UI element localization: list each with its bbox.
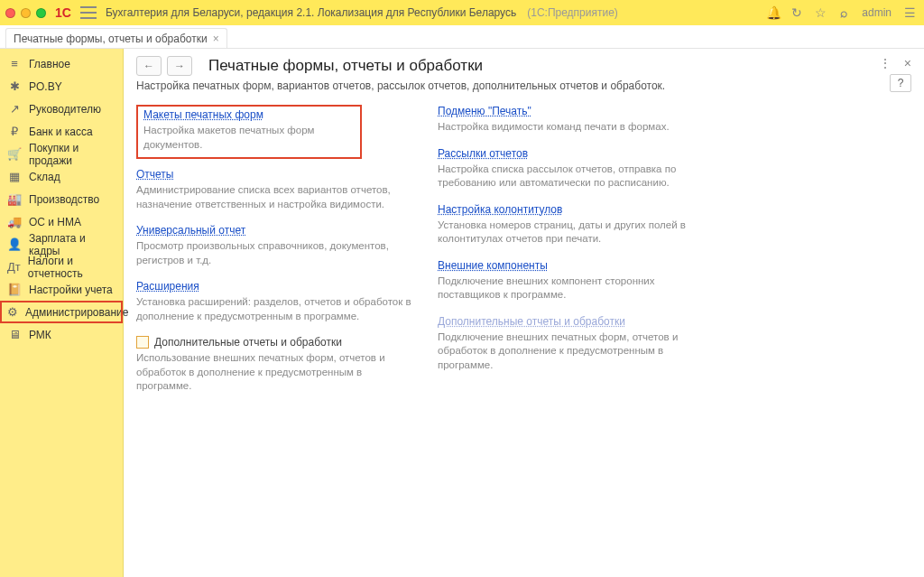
sidebar-item-0[interactable]: ≡Главное — [0, 52, 123, 75]
block-left-1: ОтчетыАдминистрирование списка всех вари… — [136, 168, 416, 211]
bell-icon[interactable]: 🔔 — [764, 5, 782, 20]
highlighted-block: Макеты печатных формНастройка макетов пе… — [136, 105, 362, 159]
content-area: ⋮ × ← → Печатные формы, отчеты и обработ… — [124, 49, 924, 577]
minimize-window-button[interactable] — [21, 8, 31, 18]
star-icon[interactable]: ☆ — [811, 5, 829, 20]
sidebar-item-7[interactable]: 🚚ОС и НМА — [0, 210, 123, 233]
sidebar-item-9[interactable]: ДтНалоги и отчетность — [0, 256, 123, 278]
nav-back-button[interactable]: ← — [136, 56, 162, 76]
tab-bar: Печатные формы, отчеты и обработки × — [0, 25, 924, 49]
sidebar-item-3[interactable]: ₽Банк и касса — [0, 120, 123, 143]
history-icon[interactable]: ↻ — [788, 5, 806, 20]
left-column: Макеты печатных формНастройка макетов пе… — [136, 105, 416, 406]
sidebar-label: ОС и НМА — [29, 216, 81, 228]
app-title: Бухгалтерия для Беларуси, редакция 2.1. … — [106, 6, 516, 19]
block-link[interactable]: Отчеты — [136, 168, 173, 181]
block-desc: Подключение внешних компонент сторонних … — [438, 275, 717, 302]
search-icon[interactable]: ⌕ — [835, 5, 853, 20]
sidebar-label: Производство — [29, 193, 99, 206]
sidebar-item-1[interactable]: ✱PO.BY — [0, 75, 123, 98]
window-controls — [5, 8, 46, 18]
sidebar-item-11[interactable]: ⚙Администрирование — [0, 301, 123, 323]
page-description: Настройка печатных форм, вариантов отчет… — [136, 79, 911, 92]
block-desc: Настройка макетов печатных форм документ… — [143, 124, 355, 152]
main-menu-button[interactable] — [80, 6, 97, 19]
block-right-2: Настройка колонтитуловУстановка номеров … — [438, 203, 717, 247]
sidebar-item-12[interactable]: 🖥РМК — [0, 323, 123, 346]
checkbox-row[interactable]: Дополнительные отчеты и обработки — [136, 336, 416, 349]
sidebar-label: РМК — [29, 329, 51, 341]
sidebar-icon: 🖥 — [7, 328, 22, 341]
block-link: Дополнительные отчеты и обработки — [438, 315, 625, 328]
sidebar-label: Банк и касса — [29, 126, 93, 138]
block-left-2: Универсальный отчетПросмотр произвольных… — [136, 224, 416, 267]
block-link[interactable]: Универсальный отчет — [136, 224, 245, 237]
page-title: Печатные формы, отчеты и обработки — [208, 57, 483, 75]
sidebar-label: Зарплата и кадры — [29, 232, 116, 257]
block-desc: Установка расширений: разделов, отчетов … — [136, 295, 416, 323]
sidebar-icon: ↗ — [7, 102, 22, 116]
sidebar-item-5[interactable]: ▦Склад — [0, 165, 123, 188]
block-right-3: Внешние компонентыПодключение внешних ко… — [438, 259, 717, 302]
sidebar-icon: ✱ — [7, 79, 22, 93]
close-page-icon[interactable]: × — [904, 56, 911, 70]
sidebar-label: Руководителю — [29, 103, 101, 116]
block-desc: Подключение внешних печатных форм, отчет… — [438, 330, 717, 373]
block-right-1: Рассылки отчетовНастройка списка рассыло… — [438, 147, 717, 191]
logo-1c: 1C — [55, 5, 71, 20]
tab-close-icon[interactable]: × — [213, 33, 219, 45]
block-right-4: Дополнительные отчеты и обработкиПодключ… — [438, 315, 717, 373]
user-label[interactable]: admin — [862, 6, 892, 19]
sidebar-item-10[interactable]: 📔Настройки учета — [0, 278, 123, 301]
block-link[interactable]: Расширения — [136, 280, 199, 293]
sidebar-label: Налоги и отчетность — [28, 255, 116, 280]
maximize-window-button[interactable] — [36, 8, 46, 18]
checkbox-label: Дополнительные отчеты и обработки — [154, 336, 342, 349]
sidebar-icon: Дт — [7, 260, 21, 274]
right-column: Подменю "Печать"Настройка видимости кома… — [438, 105, 717, 406]
sidebar: ≡Главное✱PO.BY↗Руководителю₽Банк и касса… — [0, 49, 124, 577]
help-button[interactable]: ? — [890, 74, 911, 92]
sidebar-icon: ⚙ — [7, 305, 18, 319]
block-desc: Настройка списка рассылок отчетов, отпра… — [438, 163, 717, 191]
sidebar-icon: 🛒 — [7, 147, 22, 161]
tab-label: Печатные формы, отчеты и обработки — [14, 33, 208, 45]
app-subtitle: (1С:Предприятие) — [527, 6, 618, 19]
sidebar-icon: 🏭 — [7, 192, 22, 206]
sidebar-label: Администрирование — [25, 306, 128, 319]
block-desc: Использование внешних печатных форм, отч… — [136, 351, 416, 394]
sidebar-label: PO.BY — [29, 80, 62, 93]
block-link[interactable]: Настройка колонтитулов — [438, 203, 562, 216]
sidebar-label: Настройки учета — [29, 284, 113, 296]
settings-menu-icon[interactable]: ☰ — [901, 5, 919, 20]
close-window-button[interactable] — [5, 8, 15, 18]
block-left-3: РасширенияУстановка расширений: разделов… — [136, 280, 416, 323]
sidebar-item-2[interactable]: ↗Руководителю — [0, 98, 123, 120]
sidebar-item-8[interactable]: 👤Зарплата и кадры — [0, 233, 123, 256]
sidebar-item-6[interactable]: 🏭Производство — [0, 188, 123, 210]
checkbox[interactable] — [136, 336, 149, 349]
nav-forward-button[interactable]: → — [167, 56, 192, 76]
block-desc: Настройка видимости команд печати в форм… — [438, 120, 717, 135]
sidebar-icon: 👤 — [7, 237, 22, 251]
sidebar-icon: ▦ — [7, 170, 22, 183]
more-actions-icon[interactable]: ⋮ — [879, 56, 892, 70]
sidebar-icon: 🚚 — [7, 215, 22, 228]
block-desc: Просмотр произвольных справочников, доку… — [136, 239, 416, 267]
sidebar-label: Склад — [29, 171, 60, 183]
sidebar-icon: ₽ — [7, 125, 22, 138]
block-link[interactable]: Макеты печатных форм — [143, 108, 263, 121]
block-desc: Установка номеров страниц, даты и других… — [438, 219, 717, 247]
sidebar-label: Главное — [29, 58, 70, 70]
sidebar-label: Покупки и продажи — [29, 142, 116, 167]
block-link[interactable]: Рассылки отчетов — [438, 147, 528, 160]
block-right-0: Подменю "Печать"Настройка видимости кома… — [438, 105, 717, 135]
sidebar-icon: 📔 — [7, 283, 22, 296]
titlebar: 1C Бухгалтерия для Беларуси, редакция 2.… — [0, 0, 924, 25]
tab-active[interactable]: Печатные формы, отчеты и обработки × — [5, 28, 227, 48]
sidebar-item-4[interactable]: 🛒Покупки и продажи — [0, 143, 123, 165]
block-link[interactable]: Подменю "Печать" — [438, 105, 531, 117]
block-link[interactable]: Внешние компоненты — [438, 259, 548, 272]
sidebar-icon: ≡ — [7, 57, 22, 70]
checkbox-block: Дополнительные отчеты и обработкиИспольз… — [136, 336, 416, 394]
